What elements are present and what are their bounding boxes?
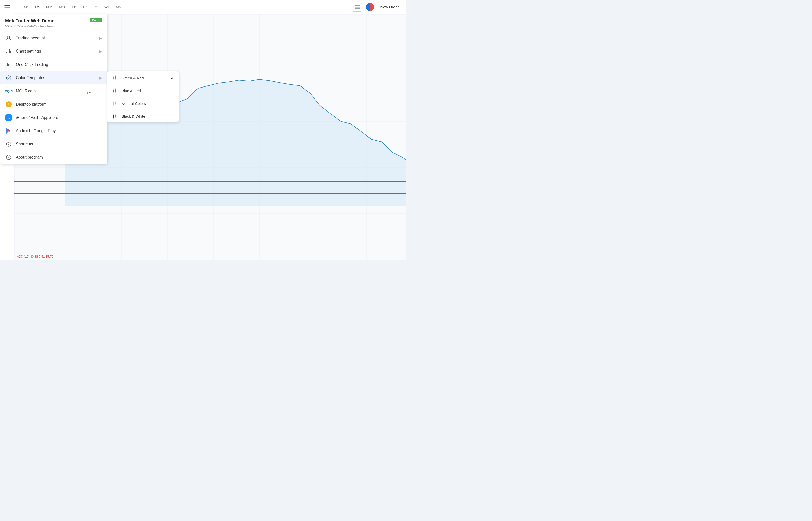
svg-rect-74 <box>115 102 116 104</box>
svg-rect-0 <box>355 5 360 6</box>
blue-red-candle-icon <box>112 88 118 94</box>
svg-point-37 <box>8 36 10 38</box>
menu-item-shortcuts[interactable]: Shortcuts <box>0 137 107 151</box>
menu-label-desktop-platform: Desktop platform <box>16 102 102 107</box>
svg-point-44 <box>9 76 10 77</box>
chart-settings-icon <box>5 48 12 55</box>
svg-rect-41 <box>10 51 11 53</box>
svg-rect-38 <box>6 52 7 53</box>
svg-rect-5 <box>4 9 10 9</box>
svg-point-55 <box>8 144 9 145</box>
svg-rect-65 <box>113 90 114 92</box>
timeframe-m1[interactable]: M1 <box>21 4 31 10</box>
menu-label-color-templates: Color Templates <box>16 75 96 80</box>
new-order-button[interactable]: New Order <box>376 3 403 11</box>
menu-label-about: About program <box>16 155 102 160</box>
timeframe-mn[interactable]: MN <box>113 4 124 10</box>
trading-account-icon <box>5 35 12 42</box>
menu-item-appstore[interactable]: A iPhone/iPad - AppStore <box>0 111 107 124</box>
svg-rect-80 <box>115 115 116 117</box>
svg-rect-77 <box>113 115 114 118</box>
menu-item-color-templates[interactable]: Color Templates ▶ <box>0 71 107 85</box>
app-subtitle: 5007807502 - MetaQuotes-Demo <box>5 24 54 28</box>
submenu-item-green-red[interactable]: Green & Red ✓ <box>107 71 179 84</box>
color-templates-icon <box>5 74 12 82</box>
svg-point-45 <box>8 78 9 79</box>
timeframes-group: M1 M5 M15 M30 H1 H4 D1 W1 MN <box>21 4 124 10</box>
top-toolbar: M1 M5 M15 M30 H1 H4 D1 W1 MN New Order <box>0 0 406 14</box>
menu-label-mql5: MQL5.com <box>16 89 102 93</box>
neutral-colors-candle-icon <box>112 100 118 106</box>
green-red-candle-icon <box>112 75 118 81</box>
svg-point-42 <box>6 75 11 80</box>
timeframe-m15[interactable]: M15 <box>44 4 55 10</box>
submenu-check-green-red: ✓ <box>171 75 174 81</box>
menu-label-googleplay: Android - Google Play <box>16 129 102 133</box>
menu-label-chart-settings: Chart settings <box>16 49 96 53</box>
menu-item-about[interactable]: i About program <box>0 151 107 164</box>
color-templates-submenu: Green & Red ✓ Blue & Red <box>107 71 179 122</box>
svg-rect-2 <box>355 8 360 9</box>
submenu-label-neutral-colors: Neutral Colors <box>121 101 174 106</box>
timeframe-m30[interactable]: M30 <box>57 4 69 10</box>
desktop-platform-icon: $ <box>5 101 12 108</box>
timeframe-h4[interactable]: H4 <box>81 4 90 10</box>
submenu-item-blue-red[interactable]: Blue & Red <box>107 84 179 97</box>
menu-label-appstore: iPhone/iPad - AppStore <box>16 115 102 120</box>
arrow-color-templates: ▶ <box>99 76 102 80</box>
menu-item-chart-settings[interactable]: Chart settings ▶ <box>0 45 107 58</box>
svg-rect-4 <box>4 7 10 7</box>
timeframe-w1[interactable]: W1 <box>102 4 112 10</box>
timeframe-d1[interactable]: D1 <box>91 4 101 10</box>
timeframe-m5[interactable]: M5 <box>32 4 42 10</box>
submenu-item-neutral-colors[interactable]: Neutral Colors <box>107 97 179 110</box>
about-icon: i <box>5 154 12 161</box>
indicator-text: ADX (10) 30.88 7.51 35.76 <box>17 255 53 258</box>
connect-button[interactable] <box>353 3 362 12</box>
svg-rect-71 <box>113 102 114 105</box>
main-menu: MetaTrader Web Demo 5007807502 - MetaQuo… <box>0 14 107 164</box>
menu-item-googleplay[interactable]: Android - Google Play <box>0 124 107 137</box>
account-icon <box>366 3 374 11</box>
svg-point-43 <box>7 76 8 77</box>
menu-item-trading-account[interactable]: Trading account ▶ <box>0 31 107 45</box>
submenu-label-black-white: Black & White <box>121 114 174 118</box>
hamburger-button[interactable] <box>0 0 14 14</box>
timeframe-h1[interactable]: H1 <box>70 4 80 10</box>
menu-item-mql5[interactable]: MQL5 MQL5.com <box>0 85 107 98</box>
one-click-trading-icon <box>5 61 12 68</box>
svg-text:A: A <box>7 116 10 120</box>
menu-item-one-click-trading[interactable]: One Click Trading <box>0 58 107 71</box>
arrow-chart-settings: ▶ <box>99 49 102 53</box>
submenu-item-black-white[interactable]: Black & White <box>107 110 179 122</box>
googleplay-icon <box>5 127 12 134</box>
mql5-icon: MQL5 <box>5 88 12 95</box>
svg-rect-59 <box>113 77 114 80</box>
menu-header: MetaTrader Web Demo 5007807502 - MetaQuo… <box>0 14 107 31</box>
menu-label-trading-account: Trading account <box>16 36 96 40</box>
svg-rect-39 <box>8 50 8 53</box>
svg-rect-1 <box>355 7 360 7</box>
app-title: MetaTrader Web Demo <box>5 18 54 24</box>
menu-label-shortcuts: Shortcuts <box>16 142 102 146</box>
shortcuts-icon <box>5 141 12 148</box>
appstore-icon: A <box>5 114 12 121</box>
demo-badge: Demo <box>90 18 102 22</box>
menu-item-desktop-platform[interactable]: $ Desktop platform <box>0 98 107 111</box>
menu-label-one-click-trading: One Click Trading <box>16 62 102 67</box>
svg-rect-40 <box>9 49 10 53</box>
svg-text:$: $ <box>8 103 10 106</box>
submenu-label-green-red: Green & Red <box>121 76 167 80</box>
submenu-label-blue-red: Blue & Red <box>121 89 174 93</box>
black-white-candle-icon <box>112 113 118 119</box>
svg-rect-68 <box>115 89 116 92</box>
svg-rect-62 <box>115 76 116 79</box>
arrow-trading-account: ▶ <box>99 36 102 40</box>
svg-text:i: i <box>8 155 9 159</box>
svg-rect-3 <box>4 5 10 6</box>
